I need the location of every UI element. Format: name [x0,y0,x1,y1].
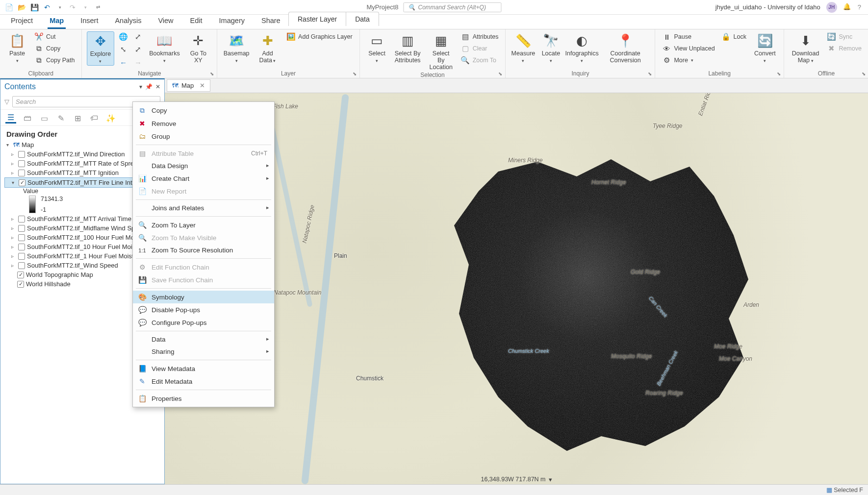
labeling-dialog-launcher-icon[interactable]: ⬊ [777,71,783,77]
collapse-icon[interactable]: ▾ [12,180,17,185]
checkbox[interactable] [17,272,24,278]
avatar[interactable]: JH [826,2,837,13]
tab-view[interactable]: View [156,15,175,29]
copy-path-button[interactable]: ⧉Copy Path [32,55,77,66]
expand-icon[interactable]: ▹ [11,235,16,240]
expand-icon[interactable]: ▹ [11,170,16,175]
offline-dialog-launcher-icon[interactable]: ⬊ [862,71,868,77]
ctx-group[interactable]: 🗂Group [133,130,274,143]
ctx-joins[interactable]: Joins and Relates [133,202,274,214]
clear-sel-button[interactable]: ▢Clear [459,43,501,54]
open-project-icon[interactable]: 📂 [17,2,26,12]
ctx-create-chart[interactable]: 📊Create Chart [133,172,274,185]
selection-dialog-launcher-icon[interactable]: ⬊ [498,71,504,77]
selected-features-readout[interactable]: ▦ Selected F [826,486,863,494]
tab-edit[interactable]: Edit [188,15,204,29]
tab-analysis[interactable]: Analysis [113,15,143,29]
checkbox[interactable] [18,170,25,176]
collapse-icon[interactable]: ▾ [6,142,11,148]
expand-icon[interactable]: ▹ [11,263,16,268]
tab-map[interactable]: Map [48,15,66,29]
checkbox[interactable] [17,281,24,288]
expand-icon[interactable]: ▹ [11,216,16,222]
list-by-selection-icon[interactable]: ▭ [39,113,50,124]
filter-icon[interactable]: ▽ [4,98,9,105]
add-data-button[interactable]: ✚ Add Data [254,31,281,65]
checkbox[interactable] [19,179,26,186]
copy-button[interactable]: ⧉Copy [32,43,77,54]
checkbox[interactable] [18,160,25,167]
download-map-button[interactable]: ⬇Download Map [789,31,822,65]
inquiry-dialog-launcher-icon[interactable]: ⬊ [648,71,654,77]
checkbox[interactable] [18,262,25,269]
view-unplaced-button[interactable]: 👁View Unplaced [660,43,716,54]
map-tab[interactable]: 🗺 Map ✕ [167,79,210,92]
tab-insert[interactable]: Insert [78,15,100,29]
lock-labels-button[interactable]: 🔒Lock [720,31,748,42]
select-by-loc-button[interactable]: ▦Select By Location [426,31,456,72]
ctx-properties[interactable]: 📋Properties [133,392,274,405]
tab-share[interactable]: Share [259,15,282,29]
convert-labels-button[interactable]: 🔄Convert [751,31,779,65]
expand-icon[interactable]: ▹ [11,244,16,249]
ctx-view-meta[interactable]: 📘View Metadata [133,362,274,375]
undo-dd-icon[interactable]: ▾ [55,2,65,12]
list-by-snapping-icon[interactable]: ⊞ [72,113,83,124]
explore-button[interactable]: ✥ Explore [87,31,114,66]
pause-labels-button[interactable]: ⏸Pause [660,31,716,42]
close-tab-icon[interactable]: ✕ [200,82,205,89]
basemap-button[interactable]: 🗺️ Basemap [222,31,251,65]
command-search[interactable]: 🔍 Command Search (Alt+Q) [404,2,502,12]
help-icon[interactable]: ? [858,3,861,11]
list-by-drawing-order-icon[interactable]: ☰ [5,113,16,124]
expand-icon[interactable]: ▹ [11,253,16,259]
checkbox[interactable] [18,216,25,223]
ctx-zoom-source[interactable]: 1:1Zoom To Source Resolution [133,244,274,256]
redo-icon[interactable]: ↷ [68,2,77,12]
select-button[interactable]: ▭Select [365,31,389,65]
expand-icon[interactable]: ▹ [11,161,16,166]
zoom-in-button[interactable]: ⤡ [117,44,130,55]
notifications-icon[interactable]: 🔔 [843,3,852,12]
ctx-data[interactable]: Data [133,333,274,346]
ctx-config-popups[interactable]: 💬Configure Pop-ups [133,316,274,329]
list-by-perspect-icon[interactable]: ✨ [105,113,116,124]
full-extent-button[interactable]: 🌐 [117,31,130,42]
checkbox[interactable] [18,234,25,241]
measure-button[interactable]: 📏Measure [511,31,536,65]
contents-menu-icon[interactable]: ▾ [139,83,142,90]
qat-customize-icon[interactable]: ⇄ [93,2,103,12]
new-project-icon[interactable]: 📄 [4,2,14,12]
checkbox[interactable] [18,225,25,232]
ctx-edit-meta[interactable]: ✎Edit Metadata [133,375,274,388]
checkbox[interactable] [18,151,25,158]
checkbox[interactable] [18,253,25,260]
attributes-button[interactable]: ▤Attributes [459,31,501,42]
tab-imagery[interactable]: Imagery [217,15,247,29]
user-label[interactable]: jhyde_ui_uidaho - University of Idaho [715,3,820,11]
undo-icon[interactable]: ↶ [42,2,52,12]
close-contents-icon[interactable]: ✕ [155,83,160,90]
navigate-dialog-launcher-icon[interactable]: ⬊ [210,71,216,77]
go-to-xy-button[interactable]: ✛ Go To XY [184,31,212,65]
list-by-labeling-icon[interactable]: 🏷 [89,113,100,124]
next-extent-button[interactable]: → [132,57,145,68]
layer-dialog-launcher-icon[interactable]: ⬊ [353,71,358,77]
ctx-sharing[interactable]: Sharing [133,346,274,358]
tab-project[interactable]: Project [9,15,35,29]
bookmarks-button[interactable]: 📖 Bookmarks [148,31,182,65]
tab-raster-layer[interactable]: Raster Layer [288,12,346,26]
ctx-zoom-layer[interactable]: 🔍Zoom To Layer [133,219,274,231]
paste-button[interactable]: 📋 Paste [5,31,29,65]
ctx-copy[interactable]: ⧉Copy [133,104,274,117]
expand-icon[interactable]: ▹ [11,151,16,157]
sync-button[interactable]: 🔄Sync [825,31,864,42]
ctx-symbology[interactable]: 🎨Symbology [133,291,274,303]
coord-conv-button[interactable]: 📍Coordinate Conversion [601,31,650,65]
prev-extent-button[interactable]: ← [117,57,130,68]
add-graphics-layer-button[interactable]: 🖼️ Add Graphics Layer [284,31,354,42]
zoom-sel-button[interactable]: ⤢ [132,31,145,42]
list-by-editing-icon[interactable]: ✎ [55,113,66,124]
save-icon[interactable]: 💾 [29,2,39,12]
remove-offline-button[interactable]: ✖Remove [825,43,864,54]
